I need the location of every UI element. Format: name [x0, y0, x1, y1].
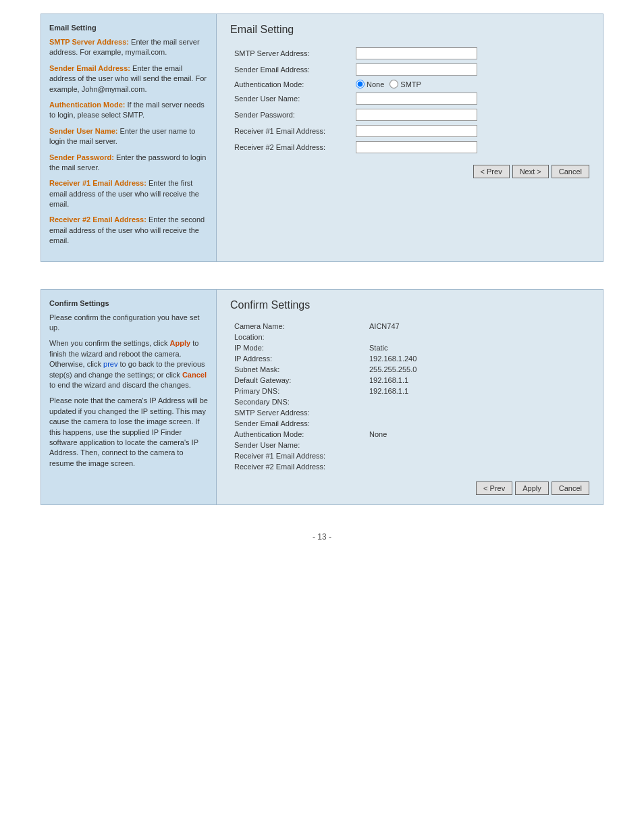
sender-email-label: Sender Email Address: [49, 64, 130, 72]
confirm-primary-dns-value: 192.168.1.1 [365, 386, 589, 396]
confirm-gateway-row: Default Gateway: 192.168.1.1 [230, 375, 589, 386]
confirm-secondary-dns-value [365, 396, 589, 407]
confirm-para3: Please note that the camera's IP Address… [49, 396, 208, 469]
auth-mode-row: Authentication Mode: None SMTP [230, 78, 589, 90]
confirm-cancel-button[interactable]: Cancel [552, 481, 589, 495]
confirm-subnet-label: Subnet Mask: [230, 364, 365, 375]
confirm-button-row: < Prev Apply Cancel [230, 481, 589, 495]
confirm-secondary-dns-label: Secondary DNS: [230, 396, 365, 407]
sender-password-input[interactable] [356, 109, 477, 121]
confirm-sidebar-title: Confirm Settings [49, 299, 208, 307]
confirm-primary-dns-row: Primary DNS: 192.168.1.1 [230, 386, 589, 396]
auth-mode-radio-group: None SMTP [356, 80, 585, 88]
confirm-location-row: Location: [230, 332, 589, 342]
confirm-ip-address-label: IP Address: [230, 353, 365, 364]
confirm-prev-link[interactable]: prev [103, 360, 117, 368]
confirm-sender-username-row: Sender User Name: [230, 440, 589, 450]
confirm-smtp-row: SMTP Server Address: [230, 407, 589, 418]
receiver2-label: Receiver #2 Email Address: [49, 215, 146, 224]
receiver2-help: Receiver #2 Email Address: Enter the sec… [49, 215, 208, 246]
confirm-settings-panel: Confirm Settings Please confirm the conf… [41, 289, 603, 505]
confirm-camera-name-label: Camera Name: [230, 321, 365, 332]
smtp-server-row: SMTP Server Address: [230, 45, 589, 61]
email-next-button[interactable]: Next > [512, 165, 549, 178]
email-title: Email Setting [230, 24, 589, 36]
smtp-server-input[interactable] [356, 47, 477, 59]
sender-username-input[interactable] [356, 93, 477, 105]
confirm-apply-link[interactable]: Apply [170, 339, 191, 347]
auth-none-radio[interactable] [356, 80, 365, 88]
confirm-prev-button[interactable]: < Prev [476, 481, 512, 495]
confirm-ip-address-row: IP Address: 192.168.1.240 [230, 353, 589, 364]
confirm-sender-email-value [365, 418, 589, 429]
confirm-receiver2-row: Receiver #2 Email Address: [230, 461, 589, 472]
receiver2-row: Receiver #2 Email Address: [230, 139, 589, 155]
email-sidebar: Email Setting SMTP Server Address: Enter… [41, 14, 217, 261]
confirm-subnet-row: Subnet Mask: 255.255.255.0 [230, 364, 589, 375]
confirm-cancel-link[interactable]: Cancel [182, 371, 207, 379]
email-cancel-button[interactable]: Cancel [552, 165, 589, 178]
confirm-smtp-label: SMTP Server Address: [230, 407, 365, 418]
confirm-camera-name-value: AICN747 [365, 321, 589, 332]
sender-email-row: Sender Email Address: [230, 61, 589, 78]
confirm-para2: When you confirm the settings, click App… [49, 338, 208, 390]
confirm-receiver2-label: Receiver #2 Email Address: [230, 461, 365, 472]
confirm-sender-email-row: Sender Email Address: [230, 418, 589, 429]
smtp-server-field-label: SMTP Server Address: [230, 45, 352, 61]
confirm-ip-address-value: 192.168.1.240 [365, 353, 589, 364]
confirm-apply-button[interactable]: Apply [515, 481, 549, 495]
confirm-camera-name-row: Camera Name: AICN747 [230, 321, 589, 332]
confirm-sidebar: Confirm Settings Please confirm the conf… [41, 290, 217, 504]
email-sidebar-title: Email Setting [49, 24, 208, 32]
confirm-ip-mode-value: Static [365, 342, 589, 353]
sender-email-field-label: Sender Email Address: [230, 61, 352, 78]
confirm-auth-mode-value: None [365, 429, 589, 440]
email-content: Email Setting SMTP Server Address: Sende… [217, 14, 603, 261]
receiver2-input[interactable] [356, 141, 477, 153]
receiver2-field-label: Receiver #2 Email Address: [230, 139, 352, 155]
auth-smtp-option[interactable]: SMTP [390, 80, 421, 88]
confirm-receiver1-label: Receiver #1 Email Address: [230, 450, 365, 461]
sender-username-field-label: Sender User Name: [230, 90, 352, 107]
confirm-sender-email-label: Sender Email Address: [230, 418, 365, 429]
auth-mode-help: Authentication Mode: If the mail server … [49, 100, 208, 121]
auth-none-option[interactable]: None [356, 80, 384, 88]
confirm-location-value [365, 332, 589, 342]
confirm-title: Confirm Settings [230, 299, 589, 311]
confirm-sender-username-value [365, 440, 589, 450]
confirm-receiver2-value [365, 461, 589, 472]
receiver1-field-label: Receiver #1 Email Address: [230, 123, 352, 139]
confirm-ip-mode-row: IP Mode: Static [230, 342, 589, 353]
auth-smtp-radio[interactable] [390, 80, 398, 88]
confirm-gateway-value: 192.168.1.1 [365, 375, 589, 386]
email-prev-button[interactable]: < Prev [473, 165, 510, 178]
receiver1-input[interactable] [356, 125, 477, 137]
confirm-para1: Please confirm the configuration you hav… [49, 313, 208, 334]
confirm-content: Confirm Settings Camera Name: AICN747 Lo… [217, 290, 603, 504]
confirm-sender-username-label: Sender User Name: [230, 440, 365, 450]
confirm-smtp-value [365, 407, 589, 418]
confirm-gateway-label: Default Gateway: [230, 375, 365, 386]
confirm-auth-mode-row: Authentication Mode: None [230, 429, 589, 440]
email-button-row: < Prev Next > Cancel [230, 165, 589, 178]
sender-username-help: Sender User Name: Enter the user name to… [49, 126, 208, 147]
email-form-table: SMTP Server Address: Sender Email Addres… [230, 45, 589, 155]
sender-email-input[interactable] [356, 63, 477, 76]
auth-mode-field-label: Authentication Mode: [230, 78, 352, 90]
confirm-receiver1-value [365, 450, 589, 461]
page-number: - 13 - [41, 532, 603, 542]
confirm-primary-dns-label: Primary DNS: [230, 386, 365, 396]
auth-mode-label: Authentication Mode: [49, 101, 125, 109]
sender-password-label: Sender Password: [49, 153, 114, 161]
confirm-ip-mode-label: IP Mode: [230, 342, 365, 353]
confirm-subnet-value: 255.255.255.0 [365, 364, 589, 375]
receiver1-row: Receiver #1 Email Address: [230, 123, 589, 139]
sender-username-row: Sender User Name: [230, 90, 589, 107]
sender-password-help: Sender Password: Enter the password to l… [49, 153, 208, 174]
confirm-para2-end: to end the wizard and discard the change… [49, 381, 191, 389]
sender-username-label: Sender User Name: [49, 127, 118, 135]
email-setting-panel: Email Setting SMTP Server Address: Enter… [41, 14, 603, 262]
smtp-help: SMTP Server Address: Enter the mail serv… [49, 37, 208, 58]
confirm-location-label: Location: [230, 332, 365, 342]
sender-password-row: Sender Password: [230, 107, 589, 123]
